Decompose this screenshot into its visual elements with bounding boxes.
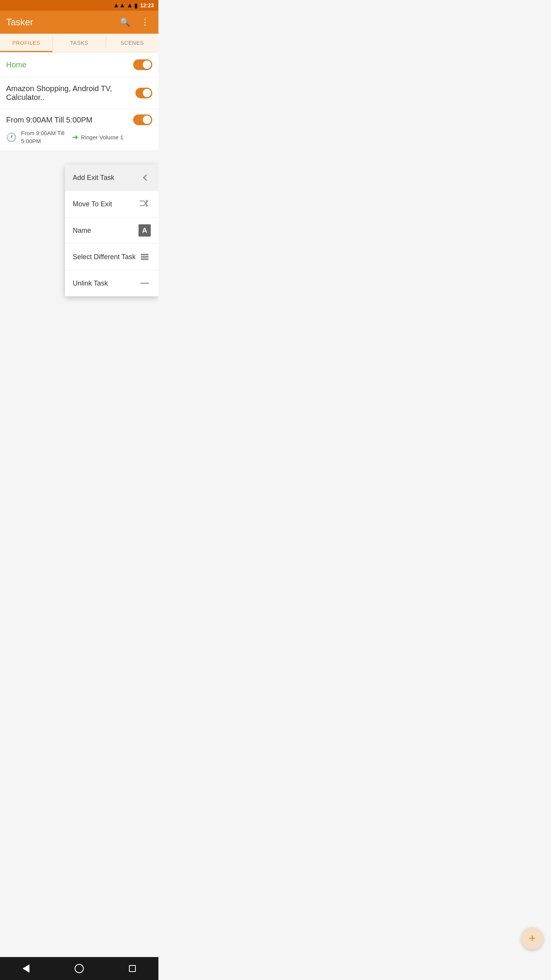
status-bar: ▲▲ ▲ ▮ 12:23 [0,0,158,11]
search-icon[interactable]: 🔍 [117,14,133,30]
menu-item-move-to-exit[interactable]: Move To Exit [65,191,158,217]
wifi-icon: ▲▲ [113,2,126,9]
tab-scenes[interactable]: SCENES [106,34,158,52]
menu-item-add-exit-task[interactable]: Add Exit Task [65,165,158,191]
menu-item-unlink-task[interactable]: Unlink Task [65,270,158,296]
list-icon [139,251,151,263]
menu-item-name[interactable]: Name A [65,217,158,244]
tab-profiles[interactable]: PROFILES [0,34,52,52]
app-title: Tasker [6,17,112,28]
toggle-home[interactable] [133,59,152,70]
svg-rect-2 [141,254,148,255]
svg-rect-4 [141,258,148,260]
profile-item-amazon[interactable]: Amazon Shopping, Android TV, Calculator.… [0,77,158,109]
toggle-amazon[interactable] [135,88,152,98]
minus-icon [139,277,151,289]
more-options-icon[interactable]: ⋮ [138,14,152,30]
svg-rect-3 [141,256,148,258]
profile-name-time: From 9:00AM Till 5:00PM [6,116,93,124]
menu-item-select-different-task[interactable]: Select Different Task [65,244,158,270]
menu-label-add-exit-task: Add Exit Task [73,174,114,182]
tabs-container: PROFILES TASKS SCENES [0,34,158,52]
profile-list: Home Amazon Shopping, Android TV, Calcul… [0,52,158,151]
menu-label-unlink-task: Unlink Task [73,279,108,287]
profile-name-home: Home [6,60,26,69]
time-detail-label: From 9:00AM Till 5:00PM [21,129,64,145]
toggle-time[interactable] [133,114,152,125]
status-time: 12:23 [140,2,154,8]
status-icons: ▲▲ ▲ ▮ [113,2,138,9]
profile-name-amazon: Amazon Shopping, Android TV, Calculator.… [6,84,135,102]
task-link: ➜ Ringer Volume 1 [72,132,123,142]
back-arrow-icon [139,172,151,184]
shuffle-icon [139,198,151,210]
menu-label-name: Name [73,227,91,235]
signal-icon: ▲ [127,2,133,9]
right-arrow-icon: ➜ [72,132,78,142]
profile-item-home[interactable]: Home [0,52,158,77]
menu-label-move-to-exit: Move To Exit [73,200,112,208]
clock-icon: 🕐 [6,132,16,142]
battery-icon: ▮ [134,2,138,9]
app-bar: Tasker 🔍 ⋮ [0,11,158,34]
tab-tasks[interactable]: TASKS [53,34,105,52]
task-name-label: Ringer Volume 1 [81,134,123,140]
profile-item-time[interactable]: From 9:00AM Till 5:00PM 🕐 From 9:00AM Ti… [0,109,158,151]
letter-a-icon: A [139,224,151,237]
menu-label-select-different-task: Select Different Task [73,253,135,261]
context-menu: Add Exit Task Move To Exit Name A Select [65,165,158,296]
